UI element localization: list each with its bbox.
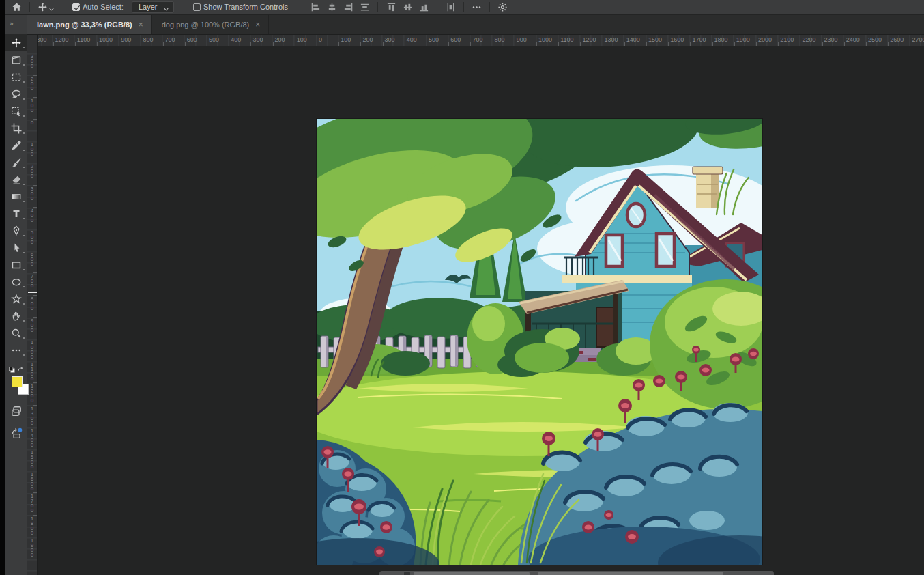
ruler-label: 200: [27, 76, 37, 91]
toolbar-collapse-button[interactable]: »: [5, 18, 27, 29]
brush-tool[interactable]: [5, 154, 27, 171]
ruler-origin-corner[interactable]: [27, 35, 38, 46]
align-bottom-button[interactable]: [416, 0, 432, 14]
ruler-tick: [33, 449, 37, 449]
ruler-label: 0: [319, 36, 322, 43]
ruler-label: 100: [27, 98, 37, 113]
ruler-tick: [383, 42, 384, 46]
ruler-label: 400: [407, 36, 417, 43]
ruler-label: 2700: [912, 36, 924, 43]
tool-settings-button[interactable]: [495, 0, 510, 14]
crop-tool[interactable]: [5, 120, 27, 137]
frame-tool[interactable]: [5, 51, 27, 68]
more-options-button[interactable]: [469, 0, 485, 14]
zoom-tool[interactable]: [5, 324, 27, 341]
ruler-tick: [624, 42, 625, 46]
auto-select-label: Auto-Select:: [83, 3, 124, 11]
ruler-label: 900: [517, 36, 527, 43]
object-selection-icon: [11, 106, 22, 117]
ruler-label: 1700: [692, 36, 706, 43]
show-transform-checkbox[interactable]: [193, 3, 201, 11]
document-tab-1[interactable]: lawn.png @ 33,3% (RGB/8)×: [27, 15, 152, 34]
lasso-tool[interactable]: [5, 85, 27, 102]
ruler-label: 300: [385, 36, 395, 43]
ruler-label: 700: [27, 274, 37, 288]
ruler-label: 2600: [890, 36, 904, 43]
marquee-tool[interactable]: [5, 68, 27, 85]
ruler-label: 800: [495, 36, 505, 43]
type-tool[interactable]: [5, 205, 27, 222]
ruler-label: 1000: [99, 36, 113, 43]
ruler-label: 700: [472, 36, 482, 43]
ruler-label: 1500: [27, 450, 37, 469]
pen-icon: [11, 225, 22, 236]
ruler-label: 700: [165, 36, 175, 43]
foreground-color-swatch[interactable]: [12, 376, 23, 387]
gradient-icon: [11, 191, 22, 202]
vertical-ruler[interactable]: 3002001000100200300400500600700800900100…: [27, 46, 38, 575]
tab-close-icon[interactable]: ×: [139, 20, 143, 29]
auto-select-target-dropdown[interactable]: Layer: [132, 1, 174, 13]
swap-colors-icon[interactable]: [17, 364, 25, 371]
hand-tool[interactable]: [5, 307, 27, 324]
tab-label: lawn.png @ 33,3% (RGB/8): [37, 20, 132, 29]
align-center-horizontal-button[interactable]: [323, 0, 340, 14]
ruler-tick: [844, 42, 845, 46]
share-button[interactable]: [5, 424, 27, 442]
align-buttons-group: [307, 0, 459, 14]
zoom-icon: [11, 328, 22, 339]
ellipse-tool[interactable]: [5, 273, 27, 290]
ruler-tick: [800, 42, 800, 46]
rectangle-icon: [11, 260, 22, 270]
taskbar-fragment[interactable]: [379, 571, 774, 575]
ruler-tick: [33, 163, 37, 163]
home-button[interactable]: [9, 0, 25, 14]
align-top-icon: [386, 2, 396, 12]
move-tool[interactable]: [5, 34, 27, 51]
align-left-button[interactable]: [307, 0, 323, 14]
ruler-label: 500: [209, 36, 219, 43]
auto-select-checkbox[interactable]: [72, 3, 80, 11]
taskbar-segment: [538, 572, 723, 575]
ruler-tick: [470, 42, 471, 46]
edit-toolbar-button[interactable]: [5, 341, 27, 359]
ruler-label: 2200: [802, 36, 815, 43]
ruler-label: 300: [27, 186, 37, 201]
ruler-label: 2300: [824, 36, 838, 43]
align-middle-vertical-button[interactable]: [399, 0, 416, 14]
distribute-horizontal-icon: [360, 2, 370, 12]
gradient-tool[interactable]: [5, 188, 27, 205]
tab-close-icon[interactable]: ×: [255, 20, 260, 29]
align-right-button[interactable]: [340, 0, 356, 14]
distribute-vertical-icon: [446, 2, 456, 12]
ruler-label: 1000: [538, 36, 552, 43]
ruler-tick: [33, 492, 37, 493]
screen-mode-button[interactable]: [5, 402, 27, 420]
separator: [437, 2, 437, 12]
custom-shape-tool[interactable]: [5, 290, 27, 307]
ruler-tick: [33, 272, 37, 273]
document-tab-2[interactable]: dog.png @ 100% (RGB/8)×: [152, 15, 270, 34]
eyedropper-tool[interactable]: [5, 137, 27, 154]
taskbar-notch: [404, 572, 410, 575]
ruler-tick: [33, 317, 37, 318]
pen-tool[interactable]: [5, 222, 27, 239]
default-colors-icon[interactable]: [8, 364, 16, 371]
object-selection-tool[interactable]: [5, 102, 27, 120]
ruler-tick: [493, 42, 493, 46]
ruler-tick: [888, 42, 889, 46]
canvas-document[interactable]: [317, 119, 762, 565]
align-bottom-icon: [419, 2, 429, 12]
ruler-label: 2000: [758, 36, 772, 43]
eraser-tool[interactable]: [5, 171, 27, 188]
distribute-vertical-button[interactable]: [442, 0, 459, 14]
distribute-horizontal-button[interactable]: [356, 0, 373, 14]
ruler-tick: [33, 295, 37, 296]
lasso-icon: [11, 89, 22, 100]
horizontal-ruler[interactable]: 1300120011001000900800700600500400300200…: [27, 35, 924, 46]
align-top-button[interactable]: [383, 0, 399, 14]
path-selection-tool[interactable]: [5, 239, 27, 256]
brush-icon: [11, 157, 22, 168]
current-tool-button[interactable]: [35, 0, 58, 14]
rectangle-tool[interactable]: [5, 256, 27, 273]
